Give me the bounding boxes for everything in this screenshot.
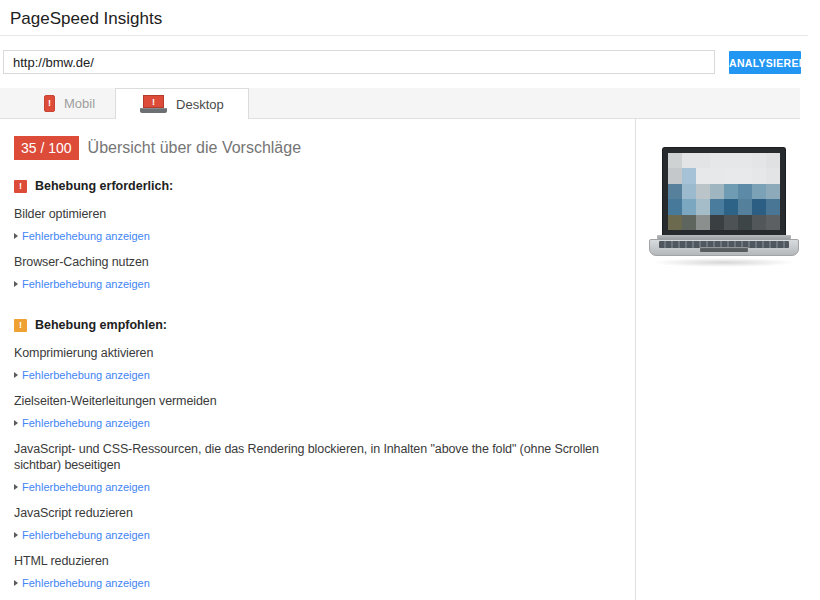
overview-heading: Übersicht über die Vorschläge [88,139,301,157]
screen-pixel [724,199,738,214]
laptop-screen [662,147,786,235]
section-recommended-header: ! Behebung empfohlen: [14,318,628,332]
screen-pixel [682,184,696,199]
url-input[interactable] [3,50,715,74]
show-fix-link[interactable]: Fehlerbehebung anzeigen [14,278,150,290]
desktop-alert-icon: ! [140,95,167,113]
show-fix-link-label: Fehlerbehebung anzeigen [22,369,150,381]
laptop-shadow [651,258,797,267]
show-fix-link[interactable]: Fehlerbehebung anzeigen [14,529,150,541]
screen-pixel [668,184,682,199]
tab-mobil-label: Mobil [64,96,95,111]
disclosure-arrow-icon [14,281,18,287]
show-fix-link[interactable]: Fehlerbehebung anzeigen [14,369,150,381]
screen-pixel [766,215,780,230]
show-fix-link-label: Fehlerbehebung anzeigen [22,417,150,429]
rule-title: JavaScript- und CSS-Ressourcen, die das … [14,441,628,473]
screen-pixel [696,184,710,199]
disclosure-arrow-icon [14,372,18,378]
screen-pixel [710,153,724,168]
show-fix-link-label: Fehlerbehebung anzeigen [22,577,150,589]
laptop-screen-grid [668,153,780,230]
rule-title: Komprimierung aktivieren [14,345,628,361]
warning-alert-icon: ! [14,319,27,332]
show-fix-link-label: Fehlerbehebung anzeigen [22,278,150,290]
screen-pixel [724,215,738,230]
analyze-button[interactable]: ANALYSIEREN [729,51,801,74]
tab-desktop[interactable]: ! Desktop [115,88,249,119]
screen-pixel [668,199,682,214]
screen-pixel [766,184,780,199]
screen-pixel [752,168,766,183]
rule-item: JavaScript- und CSS-Ressourcen, die das … [14,441,628,494]
screen-pixel [752,215,766,230]
disclosure-arrow-icon [14,532,18,538]
laptop-body [649,239,799,256]
rule-item: JavaScript reduzieren Fehlerbehebung anz… [14,505,628,542]
rule-title: HTML reduzieren [14,553,628,569]
screen-pixel [696,153,710,168]
screen-pixel [752,184,766,199]
show-fix-link-label: Fehlerbehebung anzeigen [22,481,150,493]
rule-item: Zielseiten-Weiterleitungen vermeiden Feh… [14,393,628,430]
screen-pixel [668,215,682,230]
rule-title: Zielseiten-Weiterleitungen vermeiden [14,393,628,409]
rule-item: Browser-Caching nutzen Fehlerbehebung an… [14,254,628,291]
screen-pixel [766,199,780,214]
screen-pixel [766,153,780,168]
show-fix-link[interactable]: Fehlerbehebung anzeigen [14,481,150,493]
screen-pixel [724,153,738,168]
screen-pixel [752,199,766,214]
screen-pixel [752,153,766,168]
show-fix-link[interactable]: Fehlerbehebung anzeigen [14,230,150,242]
screen-pixel [682,199,696,214]
results-panel: 35 / 100 Übersicht über die Vorschläge !… [14,136,628,600]
screen-pixel [724,168,738,183]
site-thumbnail-laptop [649,147,799,267]
header-divider [0,35,808,36]
screen-pixel [696,168,710,183]
disclosure-arrow-icon [14,484,18,490]
screen-pixel [738,168,752,183]
score-badge: 35 / 100 [14,136,79,160]
screen-pixel [682,168,696,183]
section-recommended-label: Behebung empfohlen: [35,318,167,332]
screen-pixel [710,199,724,214]
rule-item: Komprimierung aktivieren Fehlerbehebung … [14,345,628,382]
score-row: 35 / 100 Übersicht über die Vorschläge [14,136,628,160]
screen-pixel [766,168,780,183]
screen-pixel [738,153,752,168]
laptop-trackpad [700,247,748,252]
section-required-header: ! Behebung erforderlich: [14,179,628,193]
rule-title: Browser-Caching nutzen [14,254,628,270]
screen-pixel [710,215,724,230]
rule-item: Bilder optimieren Fehlerbehebung anzeige… [14,206,628,243]
error-alert-icon: ! [14,180,27,193]
show-fix-link[interactable]: Fehlerbehebung anzeigen [14,417,150,429]
screen-pixel [724,184,738,199]
screen-pixel [738,184,752,199]
disclosure-arrow-icon [14,420,18,426]
screen-pixel [682,215,696,230]
screen-pixel [710,168,724,183]
rule-title: Bilder optimieren [14,206,628,222]
screen-pixel [696,199,710,214]
disclosure-arrow-icon [14,580,18,586]
tab-mobil[interactable]: ! Mobil [24,88,115,118]
show-fix-link[interactable]: Fehlerbehebung anzeigen [14,577,150,589]
mobile-alert-icon: ! [44,95,55,112]
show-fix-link-label: Fehlerbehebung anzeigen [22,529,150,541]
show-fix-link-label: Fehlerbehebung anzeigen [22,230,150,242]
section-required-label: Behebung erforderlich: [35,179,173,193]
screen-pixel [668,168,682,183]
tab-bar: ! Mobil ! Desktop [0,88,800,119]
screen-pixel [682,153,696,168]
content-divider [635,119,636,600]
rule-title: JavaScript reduzieren [14,505,628,521]
page-title: PageSpeed Insights [10,9,162,29]
disclosure-arrow-icon [14,233,18,239]
tab-desktop-label: Desktop [176,97,224,112]
screen-pixel [738,199,752,214]
screen-pixel [738,215,752,230]
rule-item: HTML reduzieren Fehlerbehebung anzeigen [14,553,628,590]
